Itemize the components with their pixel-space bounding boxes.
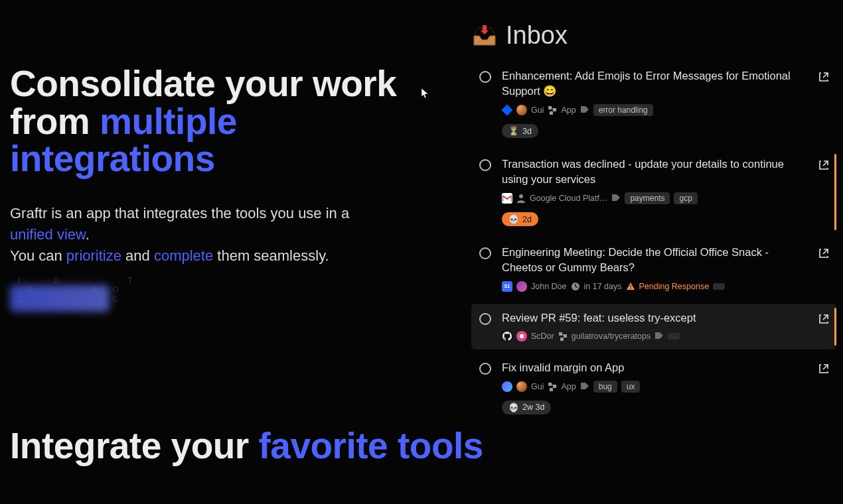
project-icon [558,332,568,341]
sub-l1b: . [86,226,90,243]
cta-button[interactable] [10,285,110,312]
item-meta: ScDorguilatrova/tryceratops [502,331,810,342]
age-text: 2d [522,215,532,224]
svg-rect-1 [548,106,552,109]
avatar [516,105,527,115]
svg-rect-9 [559,332,562,336]
open-external-icon[interactable] [818,363,830,375]
svg-rect-13 [548,383,552,386]
tag-icon [580,382,589,391]
sub-l2-accent1: prioritize [66,247,121,264]
status-circle[interactable] [479,247,491,259]
tag-icon [654,332,664,341]
status-circle[interactable] [479,313,491,325]
item-title: Engineering Meeting: Decide the Official… [502,245,810,275]
jira-icon [502,105,512,115]
svg-rect-2 [553,108,556,111]
age-pill: 💀2w 3d [502,401,551,414]
mouse-cursor-icon [421,88,430,99]
headline2-accent: favorite tools [259,425,483,466]
project-name: App [561,382,575,391]
tag-icon [611,194,621,203]
author-name: ScDor [531,332,554,341]
sub-l1a: Graftr is an app that integrates the too… [10,205,349,221]
status-circle[interactable] [479,363,491,375]
age-emoji: ⏳ [508,126,519,136]
project-name: App [561,105,575,115]
age-text: 3d [522,127,532,136]
svg-line-4 [552,107,553,109]
inbox-items-list: Enhancement: Add Emojis to Error Message… [471,62,836,422]
open-external-icon[interactable] [818,71,830,83]
svg-rect-7 [630,285,631,288]
headline2-prefix: Integrate your [10,425,259,466]
author-name: Google Cloud Platf… [530,194,607,203]
sub-l2c: them seamlessly. [213,247,329,264]
age-emoji: 💀 [508,214,519,224]
svg-rect-11 [560,338,564,341]
person-icon [516,194,526,203]
item-title: Fix invalid margin on App [502,360,810,375]
tag: gcp [674,192,697,204]
tag: error handling [593,104,653,116]
svg-line-16 [552,384,553,386]
svg-rect-3 [550,111,553,115]
sub-l2a: You can [10,247,66,264]
author-name: Gui [531,382,544,391]
status-circle[interactable] [479,71,491,83]
headline-line1: Consolidate your work [10,63,396,104]
hero-subtext: Graftr is an app that integrates the too… [10,203,408,267]
svg-rect-8 [630,288,631,288]
svg-rect-15 [550,388,553,391]
svg-rect-14 [553,385,556,388]
avatar [516,331,527,342]
secondary-headline: Integrate your favorite tools [10,424,483,467]
inbox-item[interactable]: Transaction was declined - update your d… [471,150,836,234]
due-text: in 17 days [584,282,622,291]
sub-l2b: and [121,247,154,264]
tag: bug [593,381,617,393]
inbox-header: Inbox [471,21,836,50]
project-icon [548,382,557,391]
open-external-icon[interactable] [818,313,830,325]
linear-icon [502,381,512,392]
inbox-panel: Inbox Enhancement: Add Emojis to Error M… [471,21,836,426]
tag-empty [713,283,725,290]
calendar-icon: 31 [502,281,512,292]
age-emoji: 💀 [508,403,519,412]
github-icon [502,331,512,342]
open-external-icon[interactable] [818,159,830,171]
status-text: Pending Response [639,282,710,291]
project-name: guilatrova/tryceratops [572,332,651,341]
tag: ux [621,381,641,393]
age-pill: 💀2d [502,212,538,226]
author-name: John Doe [531,282,567,291]
inbox-item[interactable]: Engineering Meeting: Decide the Official… [471,238,836,299]
tag: payments [625,192,670,204]
headline-line2-prefix: from [10,101,100,142]
inbox-tray-icon [471,24,498,48]
item-meta: 31John Doein 17 daysPending Response [502,281,810,292]
inbox-item[interactable]: Enhancement: Add Emojis to Error Message… [471,62,836,146]
cta-area: I D T S A OC L E [10,276,408,316]
item-title: Review PR #59: feat: useless try-except [502,310,810,326]
inbox-title: Inbox [506,21,568,50]
age-pill: ⏳3d [502,124,538,138]
hero-section: Consolidate your work from multiple inte… [10,65,408,316]
inbox-item[interactable]: Review PR #59: feat: useless try-except … [471,304,836,349]
item-title: Transaction was declined - update your d… [502,157,810,187]
tag-empty [668,333,680,340]
svg-line-12 [562,334,564,336]
item-meta: GuiAppbugux💀2w 3d [502,381,810,414]
author-name: Gui [531,105,544,115]
open-external-icon[interactable] [818,247,830,259]
sub-l2-accent2: complete [154,247,213,264]
warning-icon [626,282,635,291]
age-text: 2w 3d [522,403,544,412]
hero-headline: Consolidate your work from multiple inte… [10,65,408,178]
clock-icon [571,282,580,291]
item-meta: Google Cloud Platf…paymentsgcp💀2d [502,192,810,226]
status-circle[interactable] [479,159,491,171]
inbox-item[interactable]: Fix invalid margin on App GuiAppbugux💀2w… [471,353,836,422]
project-icon [548,105,557,115]
